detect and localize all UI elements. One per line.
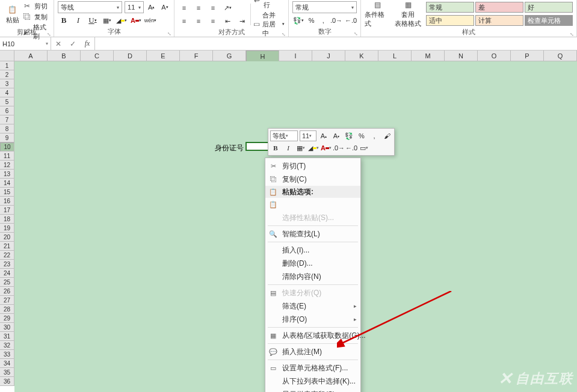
col-header-N[interactable]: N <box>445 51 478 61</box>
align-center-button[interactable]: ≡ <box>193 15 205 27</box>
row-header-31[interactable]: 31 <box>0 332 14 341</box>
mini-dec-font[interactable]: A▾ <box>331 130 342 141</box>
row-header-35[interactable]: 35 <box>0 368 14 377</box>
font-size-select[interactable]: 11▾ <box>125 1 144 13</box>
row-header-4[interactable]: 4 <box>0 88 14 97</box>
row-header-29[interactable]: 29 <box>0 314 14 323</box>
ctx-cut[interactable]: ✂剪切(T) <box>265 159 360 173</box>
mini-merge[interactable]: ▭▾ <box>359 142 369 153</box>
row-header-23[interactable]: 23 <box>0 260 14 269</box>
col-header-Q[interactable]: Q <box>544 51 577 61</box>
row-header-27[interactable]: 27 <box>0 296 14 305</box>
row-header-32[interactable]: 32 <box>0 341 14 350</box>
ctx-format-cells[interactable]: ▭设置单元格格式(F)... <box>265 361 360 375</box>
ctx-insert-comment[interactable]: 💬插入批注(M) <box>265 345 360 358</box>
row-header-14[interactable]: 14 <box>0 179 14 188</box>
font-color-button[interactable]: A▾ <box>130 14 142 26</box>
underline-button[interactable]: U▾ <box>87 14 99 26</box>
mini-currency[interactable]: 💱 <box>344 130 354 141</box>
phonetic-button[interactable]: wén▾ <box>144 14 156 26</box>
row-header-7[interactable]: 7 <box>0 115 14 124</box>
col-header-P[interactable]: P <box>511 51 544 61</box>
row-header-25[interactable]: 25 <box>0 278 14 287</box>
name-box[interactable]: H10 ▾ <box>0 37 51 50</box>
mini-font-size[interactable]: 11▾ <box>300 130 316 141</box>
row-header-3[interactable]: 3 <box>0 79 14 88</box>
dec-decimal-button[interactable]: ←.0 <box>345 14 357 26</box>
cut-button[interactable]: ✂剪切 <box>22 1 50 11</box>
ctx-get-from-range[interactable]: ▦从表格/区域获取数据(G)... <box>265 329 360 342</box>
col-header-H[interactable]: H <box>246 51 279 63</box>
bold-button[interactable]: B <box>58 14 70 26</box>
orientation-button[interactable]: ↗▾ <box>221 2 233 14</box>
col-header-D[interactable]: D <box>114 51 147 61</box>
mini-inc-font[interactable]: A▴ <box>318 130 329 141</box>
mini-inc-decimal[interactable]: .0→ <box>333 142 344 153</box>
style-neutral[interactable]: 适中 <box>426 15 474 26</box>
row-header-30[interactable]: 30 <box>0 323 14 332</box>
align-right-button[interactable]: ≡ <box>207 15 219 27</box>
ctx-smart-lookup[interactable]: 🔍智能查找(L) <box>265 227 360 240</box>
mini-italic[interactable]: I <box>283 142 294 153</box>
row-header-20[interactable]: 20 <box>0 233 14 242</box>
col-header-A[interactable]: A <box>14 51 48 61</box>
col-header-B[interactable]: B <box>48 51 81 61</box>
ctx-show-pinyin[interactable]: wén显示拼音字段(S) <box>265 388 360 392</box>
row-header-10[interactable]: 10 <box>0 142 14 152</box>
mini-comma[interactable]: , <box>369 130 380 141</box>
col-header-F[interactable]: F <box>180 51 213 61</box>
ctx-sort[interactable]: 排序(O)▸ <box>265 313 360 326</box>
style-good[interactable]: 好 <box>525 2 573 13</box>
row-header-6[interactable]: 6 <box>0 106 14 115</box>
col-header-K[interactable]: K <box>345 51 378 61</box>
row-header-11[interactable]: 11 <box>0 152 14 161</box>
mini-font-color[interactable]: A▾ <box>321 142 332 153</box>
copy-button[interactable]: ⿻复制 <box>22 12 50 22</box>
paste-button[interactable]: 📋 粘贴 <box>4 1 21 28</box>
row-header-15[interactable]: 15 <box>0 188 14 197</box>
cancel-formula-button[interactable]: ✕ <box>51 37 66 51</box>
ctx-insert[interactable]: 插入(I)... <box>265 243 360 257</box>
row-header-12[interactable]: 12 <box>0 161 14 170</box>
ctx-clear-contents[interactable]: 清除内容(N) <box>265 270 360 283</box>
mini-fill-color[interactable]: ◢▾ <box>308 142 319 153</box>
col-header-J[interactable]: J <box>312 51 345 61</box>
mini-border[interactable]: ▦▾ <box>295 142 306 153</box>
row-header-36[interactable]: 36 <box>0 377 14 386</box>
row-header-16[interactable]: 16 <box>0 197 14 206</box>
col-header-I[interactable]: I <box>279 51 312 61</box>
comma-button[interactable]: , <box>319 14 329 26</box>
font-name-select[interactable]: 等线▾ <box>58 1 122 13</box>
decrease-font-button[interactable]: A▾ <box>159 1 170 13</box>
ctx-copy[interactable]: ⿻复制(C) <box>265 173 360 186</box>
row-header-17[interactable]: 17 <box>0 206 14 215</box>
currency-button[interactable]: 💱▾ <box>292 14 304 26</box>
border-button[interactable]: ▦▾ <box>101 14 113 26</box>
ctx-pick-dropdown[interactable]: 从下拉列表中选择(K)... <box>265 375 360 388</box>
mini-percent[interactable]: % <box>356 130 367 141</box>
row-header-8[interactable]: 8 <box>0 124 14 133</box>
select-all-corner[interactable] <box>0 51 14 61</box>
row-header-33[interactable]: 33 <box>0 350 14 359</box>
style-bad[interactable]: 差 <box>475 2 523 13</box>
col-header-M[interactable]: M <box>412 51 445 61</box>
cond-format-button[interactable]: ▤ 条件格式 <box>365 1 390 28</box>
fx-button[interactable]: fx <box>80 37 94 51</box>
table-format-button[interactable]: ▦ 套用 表格格式 <box>393 1 422 28</box>
ctx-paste-option-keep[interactable]: 📋 <box>265 198 360 211</box>
align-middle-button[interactable]: ≡ <box>193 2 205 14</box>
col-header-L[interactable]: L <box>378 51 412 61</box>
mini-dec-decimal[interactable]: ←.0 <box>346 142 357 153</box>
col-header-O[interactable]: O <box>478 51 511 61</box>
col-header-C[interactable]: C <box>81 51 114 61</box>
mini-font-name[interactable]: 等线▾ <box>270 130 298 141</box>
row-header-28[interactable]: 28 <box>0 305 14 314</box>
row-header-2[interactable]: 2 <box>0 70 14 79</box>
indent-inc-button[interactable]: ⇥ <box>236 15 248 27</box>
row-header-26[interactable]: 26 <box>0 287 14 296</box>
formula-bar[interactable] <box>95 37 577 50</box>
row-header-13[interactable]: 13 <box>0 170 14 179</box>
fill-color-button[interactable]: ◢▾ <box>116 14 128 26</box>
align-bottom-button[interactable]: ≡ <box>207 2 219 14</box>
wrap-text-button[interactable]: ↩自动换行 <box>253 0 285 10</box>
